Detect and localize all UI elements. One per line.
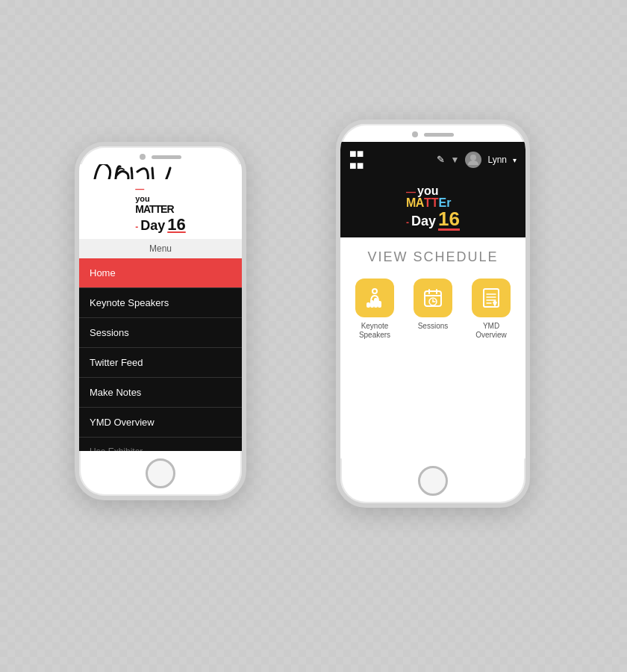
keynote-speakers-item[interactable]: KeynoteSpeakers [352, 279, 397, 340]
app-header: ■■■■ ✎ ▼ Lynn ▾ [340, 142, 525, 178]
view-schedule-title: VIEW SCHEDULE [352, 249, 514, 265]
left-phone-bottom [79, 451, 242, 496]
nav-ymd[interactable]: YMD Overview [79, 408, 242, 438]
sessions-item[interactable]: Sessions [411, 279, 455, 331]
right-phone: ■■■■ ✎ ▼ Lynn ▾ — you [336, 119, 530, 508]
svg-rect-3 [371, 301, 373, 307]
username-chevron[interactable]: ▾ [513, 156, 517, 164]
left-phone-top [79, 146, 242, 164]
grid-icon[interactable]: ■■■■ [349, 148, 364, 172]
ymd-label: YMDOverview [475, 322, 507, 340]
svg-point-0 [470, 155, 476, 161]
nav-keynote[interactable]: Keynote Speakers [79, 288, 242, 318]
right-phone-top [340, 124, 525, 142]
right-phone-bottom [340, 458, 525, 503]
app-banner: — you MATTEr - Day 16 [340, 178, 525, 237]
nav-exhibitor[interactable]: Use Exhibitor [79, 438, 242, 451]
right-phone-screen: ■■■■ ✎ ▼ Lynn ▾ — you [340, 142, 525, 458]
icons-row: KeynoteSpeakers [352, 279, 514, 340]
right-camera [412, 131, 418, 137]
svg-rect-2 [367, 303, 369, 307]
ymd-logo-left: — you MATTEr - Day 16 [79, 179, 242, 239]
nav-twitter[interactable]: Twitter Feed [79, 348, 242, 378]
right-home-button[interactable] [418, 466, 448, 496]
username-label: Lynn [487, 155, 507, 165]
nav-sessions[interactable]: Sessions [79, 318, 242, 348]
left-phone-screen: — you MATTEr - Day 16 Menu Hom [79, 164, 242, 451]
svg-rect-6 [425, 291, 441, 306]
keynote-label: KeynoteSpeakers [359, 322, 390, 340]
nav-home[interactable]: Home [79, 258, 242, 288]
sessions-icon-box [414, 279, 452, 317]
right-speaker [424, 133, 454, 137]
menu-label: Menu [79, 239, 242, 258]
ymd-overview-item[interactable]: YMDOverview [469, 279, 514, 340]
home-button[interactable] [146, 458, 175, 488]
camera [140, 154, 146, 160]
sessions-label: Sessions [418, 322, 449, 331]
svg-rect-5 [378, 302, 381, 307]
svg-rect-4 [375, 299, 377, 307]
nav-notes[interactable]: Make Notes [79, 378, 242, 408]
header-right: ✎ ▼ Lynn ▾ [437, 152, 517, 168]
ymd-icon-box [472, 279, 511, 317]
svg-rect-13 [484, 289, 499, 307]
ogilvy-logo [79, 164, 242, 179]
app-body: VIEW SCHEDULE [340, 237, 525, 458]
speaker [152, 155, 181, 159]
header-separator: ▼ [451, 155, 460, 166]
left-phone: — you MATTEr - Day 16 Menu Hom [75, 142, 246, 500]
user-avatar [465, 152, 481, 168]
edit-icon[interactable]: ✎ [437, 154, 445, 166]
svg-point-1 [372, 289, 377, 293]
keynote-icon-box [355, 279, 394, 317]
